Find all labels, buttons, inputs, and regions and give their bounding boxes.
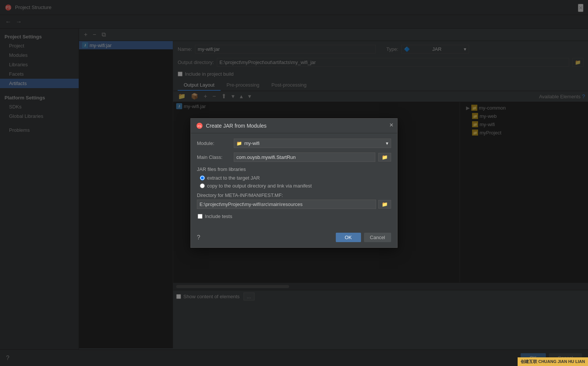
dialog-title: Create JAR from Modules [206,123,267,129]
dialog-icon: PS [196,122,203,129]
manifest-dir-section: Directory for META-INF/MANIFEST.MF: 📁 [197,192,391,209]
dialog-body: Module: 📁 my-wifi ▾ Main Class: 📁 JAR fi… [191,133,397,230]
watermark: 创建互联 CHUANG JIAN HU LIAN [518,357,588,366]
manifest-dir-row: 📁 [197,200,391,209]
dialog-overlay: PS Create JAR from Modules × Module: 📁 m… [0,0,588,366]
dialog-help-icon[interactable]: ? [197,234,200,241]
radio-copy-row: copy to the output directory and link vi… [197,183,391,189]
manifest-dir-input[interactable] [197,200,376,209]
dialog-title-bar: PS Create JAR from Modules × [191,119,397,133]
module-dropdown-icon: ▾ [386,140,388,146]
dialog-main-class-row: Main Class: 📁 [197,152,391,162]
radio-extract-row: extract to the target JAR [197,175,391,181]
dialog-module-row: Module: 📁 my-wifi ▾ [197,139,391,148]
dialog-close-button[interactable]: × [389,122,393,128]
radio-copy-label: copy to the output directory and link vi… [207,183,312,189]
manifest-dir-label: Directory for META-INF/MANIFEST.MF: [197,192,391,198]
create-jar-dialog: PS Create JAR from Modules × Module: 📁 m… [190,118,398,248]
svg-text:PS: PS [198,125,202,128]
module-label: Module: [197,140,231,146]
main-class-browse-button[interactable]: 📁 [378,153,391,162]
dialog-cancel-button[interactable]: Cancel [364,233,391,242]
include-tests-row: Include tests [197,214,391,219]
manifest-dir-browse-button[interactable]: 📁 [378,200,391,209]
module-select[interactable]: 📁 my-wifi ▾ [234,139,391,148]
radio-copy[interactable] [200,183,205,188]
dialog-footer: ? OK Cancel [191,230,397,247]
module-folder-icon: 📁 [236,141,242,146]
dialog-ok-button[interactable]: OK [336,233,361,242]
include-tests-label: Include tests [205,214,232,219]
main-class-input[interactable] [234,152,375,162]
radio-extract-label: extract to the target JAR [207,175,260,181]
jar-files-label: JAR files from libraries [197,166,391,172]
dialog-footer-buttons: OK Cancel [336,233,391,242]
include-tests-checkbox[interactable] [198,214,203,219]
main-class-label: Main Class: [197,154,231,160]
radio-extract[interactable] [200,175,205,180]
